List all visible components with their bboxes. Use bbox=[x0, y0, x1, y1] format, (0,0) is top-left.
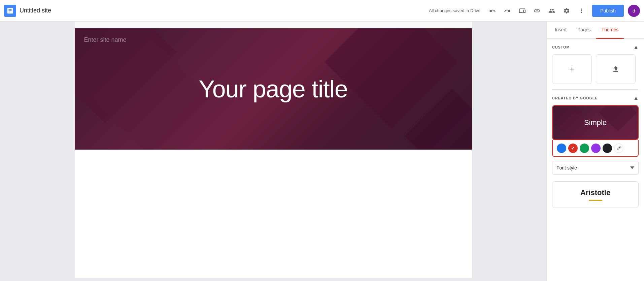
custom-themes-row: + bbox=[547, 54, 644, 89]
tab-insert[interactable]: Insert bbox=[549, 22, 572, 39]
more-button[interactable] bbox=[575, 4, 588, 18]
add-theme-icon: + bbox=[569, 64, 575, 74]
swatch-green[interactable] bbox=[580, 144, 589, 153]
google-collapse-icon[interactable]: ▲ bbox=[633, 95, 639, 101]
google-section-label: CREATED BY GOOGLE bbox=[552, 96, 598, 100]
upload-theme-button[interactable] bbox=[596, 54, 636, 84]
link-button[interactable] bbox=[530, 4, 544, 18]
add-theme-button[interactable]: + bbox=[552, 54, 592, 84]
canvas-area: Enter site name Your page title bbox=[0, 22, 546, 281]
settings-button[interactable] bbox=[560, 4, 573, 18]
custom-section-header: CUSTOM ▲ bbox=[547, 39, 644, 54]
custom-section-label: CUSTOM bbox=[552, 45, 570, 49]
site-canvas: Enter site name Your page title bbox=[75, 28, 472, 278]
font-style-select[interactable]: Font style Simple Classic Rounded bbox=[552, 161, 639, 175]
google-section-header: CREATED BY GOOGLE ▲ bbox=[547, 90, 644, 105]
aristotle-underline bbox=[589, 200, 602, 201]
color-swatches-row bbox=[552, 140, 639, 157]
panel-tabs: Insert Pages Themes bbox=[547, 22, 644, 39]
content-section[interactable] bbox=[75, 150, 472, 278]
preview-button[interactable] bbox=[515, 4, 529, 18]
tab-pages[interactable]: Pages bbox=[572, 22, 596, 39]
share-button[interactable] bbox=[545, 4, 558, 18]
hero-section[interactable]: Enter site name Your page title bbox=[75, 28, 472, 150]
redo-button[interactable] bbox=[501, 4, 514, 18]
save-status: All changes saved in Drive bbox=[429, 8, 480, 13]
topbar: Untitled site All changes saved in Drive… bbox=[0, 0, 644, 22]
avatar[interactable]: d bbox=[628, 5, 640, 17]
simple-theme-card[interactable]: Simple bbox=[552, 105, 639, 140]
simple-theme-name: Simple bbox=[584, 118, 607, 127]
undo-button[interactable] bbox=[486, 4, 499, 18]
site-name-input[interactable]: Enter site name bbox=[84, 36, 127, 43]
publish-button[interactable]: Publish bbox=[592, 5, 624, 17]
topbar-actions: Publish d bbox=[486, 4, 640, 18]
tab-themes[interactable]: Themes bbox=[596, 22, 624, 39]
swatch-blue[interactable] bbox=[557, 144, 566, 153]
right-panel: Insert Pages Themes CUSTOM ▲ + CREATED B… bbox=[546, 22, 644, 281]
swatch-purple[interactable] bbox=[591, 144, 601, 153]
aristotle-theme-card[interactable]: Aristotle bbox=[552, 181, 639, 208]
app-logo bbox=[4, 5, 16, 17]
font-style-row: Font style Simple Classic Rounded bbox=[547, 157, 644, 179]
custom-color-button[interactable] bbox=[614, 144, 623, 153]
custom-collapse-icon[interactable]: ▲ bbox=[633, 44, 639, 50]
main-layout: Enter site name Your page title Insert P… bbox=[0, 22, 644, 281]
swatch-black[interactable] bbox=[603, 144, 612, 153]
aristotle-title: Aristotle bbox=[559, 188, 632, 197]
site-title: Untitled site bbox=[20, 7, 51, 14]
upload-icon bbox=[612, 65, 620, 73]
page-title[interactable]: Your page title bbox=[199, 75, 348, 103]
simple-theme-preview: Simple bbox=[553, 106, 638, 139]
ruler bbox=[75, 22, 472, 28]
swatch-red[interactable] bbox=[568, 144, 578, 153]
google-themes-section: Simple bbox=[547, 105, 644, 157]
